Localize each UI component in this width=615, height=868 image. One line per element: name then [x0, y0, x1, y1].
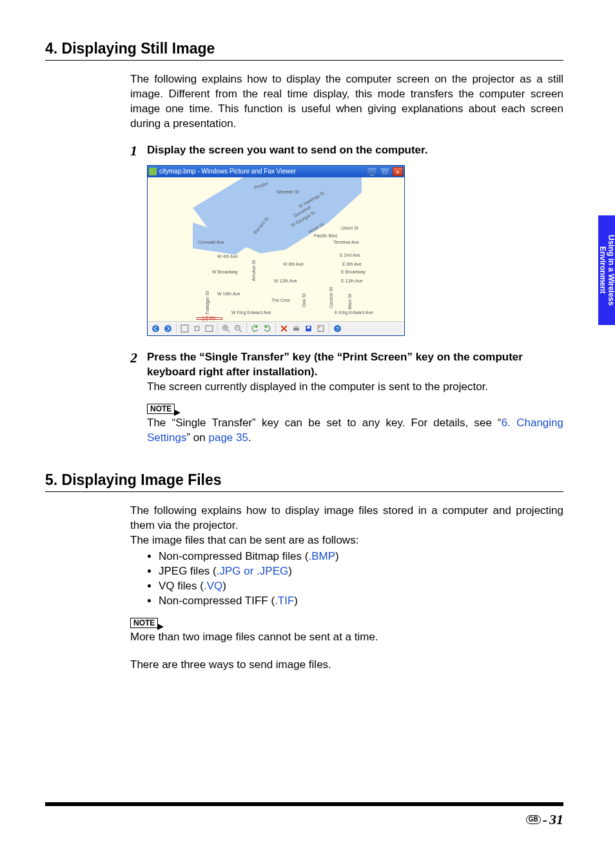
zoomout-icon[interactable] — [234, 324, 242, 333]
window-title: citymap.bmp - Windows Picture and Fax Vi… — [159, 167, 364, 176]
svg-line-6 — [228, 330, 229, 332]
map-label: E Broadway — [341, 269, 366, 275]
actual-icon[interactable] — [193, 324, 201, 333]
list-item: VQ files (.VQ) — [159, 579, 563, 594]
step2-title: Press the “Single Transfer” key (the “Pr… — [147, 350, 563, 380]
page-num-value: 31 — [549, 810, 563, 829]
map-label: Pacific Blvd — [314, 233, 337, 239]
svg-rect-3 — [195, 326, 199, 331]
svg-point-19 — [318, 326, 320, 328]
svg-point-1 — [164, 325, 171, 332]
map-canvas: Pender Wheeler St W Hastings St Dunsmuir… — [148, 177, 404, 321]
map-label: Main St — [347, 294, 353, 310]
note-label: NOTE — [130, 618, 158, 628]
link-tif[interactable]: .TIF — [275, 595, 294, 607]
rotate-ccw-icon[interactable] — [251, 324, 259, 333]
screenshot-figure: citymap.bmp - Windows Picture and Fax Vi… — [147, 165, 563, 336]
svg-rect-4 — [206, 326, 213, 331]
print-icon[interactable] — [292, 324, 300, 333]
map-label: E 6th Ave — [342, 261, 362, 267]
note-arrow-icon — [174, 409, 181, 416]
window-titlebar: citymap.bmp - Windows Picture and Fax Vi… — [148, 166, 404, 177]
map-label: E King Edward Ave — [335, 310, 373, 315]
gb-badge: GB — [526, 815, 541, 824]
svg-rect-2 — [181, 325, 188, 332]
map-label: Cambie St — [328, 287, 334, 308]
link-vq[interactable]: .VQ — [204, 580, 222, 592]
step1-number: 1 — [130, 143, 147, 159]
map-label: W 4th Ave — [217, 253, 238, 259]
step2-body: The screen currently displayed in the co… — [147, 380, 563, 395]
page-number: GB - 31 — [526, 810, 563, 829]
link-jpg[interactable]: .JPG or .JPEG — [217, 565, 288, 577]
delete-icon[interactable] — [280, 324, 288, 333]
viewer-toolbar: ? — [148, 321, 404, 335]
close-button[interactable]: × — [393, 167, 403, 176]
map-label: W Broadway — [212, 269, 238, 275]
note-text: ” on — [186, 431, 208, 444]
fit-icon[interactable] — [181, 324, 189, 333]
prev-icon[interactable] — [151, 324, 160, 333]
svg-point-0 — [152, 325, 159, 332]
map-label: Cornwall Ave — [198, 239, 224, 245]
section4-heading: 4. Displaying Still Image — [45, 39, 563, 61]
section5-heading: 5. Displaying Image Files — [45, 470, 563, 492]
next-icon[interactable] — [164, 324, 172, 333]
map-label: W King Edward Ave — [231, 310, 271, 315]
note-label: NOTE — [147, 404, 175, 414]
note-text: . — [248, 431, 251, 444]
edit-icon[interactable] — [317, 324, 325, 333]
viewer-window: citymap.bmp - Windows Picture and Fax Vi… — [147, 165, 405, 336]
map-label: The Cres — [271, 297, 290, 303]
svg-rect-15 — [294, 326, 298, 328]
map-label: W 16th Ave — [217, 291, 240, 297]
map-label: Terminal Ave — [333, 239, 359, 245]
note-arrow-icon — [157, 624, 164, 630]
map-label: W 12th Ave — [274, 278, 297, 284]
list-item: Non-compressed Bitmap files (.BMP) — [159, 549, 563, 564]
link-bmp[interactable]: .BMP — [308, 550, 335, 562]
link-page-35[interactable]: page 35 — [208, 431, 248, 444]
step2-note: The “Single Transfer” key can be set to … — [147, 416, 563, 446]
section5-line2: The image files that can be sent are as … — [130, 533, 563, 548]
map-label: Union St — [341, 225, 358, 231]
map-label: Trafalgar St — [204, 291, 210, 315]
app-icon — [149, 168, 157, 175]
section-side-tab: Using in a Wireless Environment — [598, 215, 615, 325]
svg-line-10 — [240, 330, 242, 332]
map-label: Wheeler St — [277, 189, 299, 195]
section5-intro: The following explains how to display im… — [130, 504, 563, 533]
rotate-cw-icon[interactable] — [263, 324, 271, 333]
svg-rect-18 — [318, 326, 324, 331]
filetype-list: Non-compressed Bitmap files (.BMP) JPEG … — [159, 549, 563, 609]
zoomin-icon[interactable] — [222, 324, 230, 333]
svg-text:?: ? — [336, 326, 339, 332]
help-icon[interactable]: ? — [333, 324, 342, 333]
footer-divider — [45, 802, 563, 806]
list-item: Non-compressed TIFF (.TIF) — [159, 594, 563, 609]
maximize-button[interactable]: □ — [380, 167, 390, 176]
page-dash: - — [543, 810, 547, 829]
section5-note-text: More than two image files cannot be sent… — [130, 630, 563, 645]
map-label: E 2nd Ave — [340, 252, 360, 258]
map-label: W 8th Ave — [283, 261, 304, 267]
section5-final: There are three ways to send image files… — [130, 658, 563, 673]
map-label: Oak St — [301, 293, 307, 307]
list-item: JPEG files (.JPG or .JPEG) — [159, 564, 563, 579]
step2-number: 2 — [130, 350, 147, 446]
slideshow-icon[interactable] — [205, 324, 213, 333]
section4-intro: The following explains how to display th… — [130, 72, 563, 132]
minimize-button[interactable]: _ — [367, 167, 377, 176]
save-icon[interactable] — [304, 324, 313, 333]
note-text: The “Single Transfer” key can be set to … — [147, 417, 502, 429]
step1-title: Display the screen you want to send on t… — [147, 143, 563, 158]
map-label: Arbutus St — [251, 260, 257, 281]
map-label: E 12th Ave — [341, 278, 363, 284]
svg-rect-17 — [307, 326, 309, 328]
